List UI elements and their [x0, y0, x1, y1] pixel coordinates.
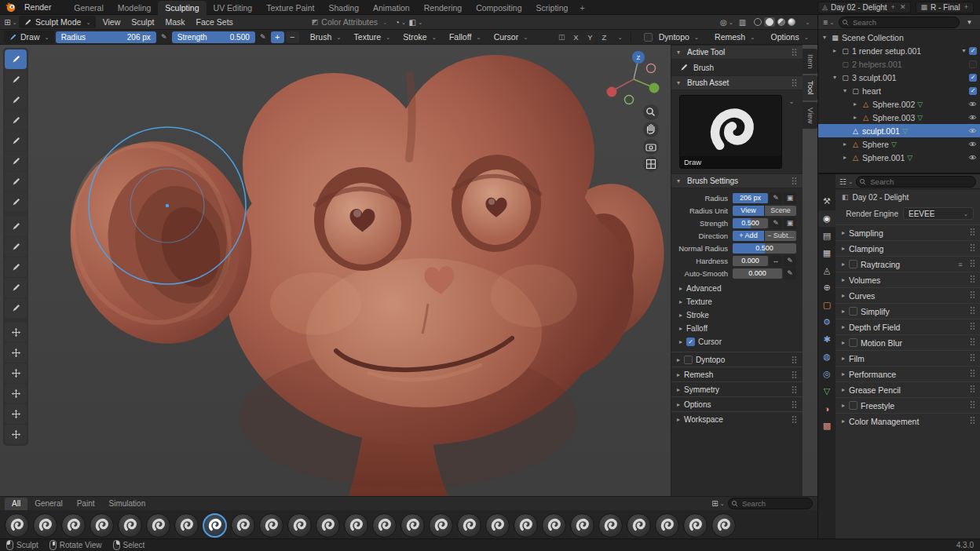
panel-symmetry[interactable]: ▸Symmetry — [671, 381, 803, 396]
sidebar-tab-item[interactable]: Item — [803, 49, 817, 74]
panel-grip-icon[interactable] — [970, 338, 975, 348]
outliner-item-1-render-setup-001[interactable]: ▸▢1 render setup.001▼✓ — [818, 44, 980, 57]
brush-selector-dropdown[interactable]: Draw ⌄ — [4, 31, 54, 43]
viewport-menu-view[interactable]: View — [97, 15, 126, 29]
viewport-menu-sculpt[interactable]: Sculpt — [126, 15, 159, 29]
hide-in-viewport-icon[interactable] — [968, 153, 977, 162]
popover-dyntopo[interactable]: Dyntopo⌄ — [639, 31, 704, 43]
panel-film[interactable]: ▸Film — [836, 350, 980, 366]
properties-tab-output[interactable]: ▤ — [818, 228, 836, 244]
properties-tab-render[interactable]: ◉ — [818, 210, 836, 227]
raytracing-checkbox[interactable] — [849, 260, 858, 268]
setting-slider-hardness[interactable]: 0.000 — [733, 256, 768, 266]
wireframe-shading-icon[interactable] — [754, 18, 762, 26]
setting-slider-strength[interactable]: 0.500 — [733, 218, 768, 228]
cursor-checkbox[interactable]: ✓ — [686, 338, 695, 346]
brush-thumbnail[interactable] — [118, 513, 142, 538]
subpanel-advanced[interactable]: ▸Advanced — [671, 282, 803, 295]
tool-elastic-deform-icon[interactable] — [5, 343, 27, 363]
exclude-checkbox[interactable] — [969, 60, 977, 68]
workspace-tab-sculpting[interactable]: Sculpting — [158, 1, 206, 15]
strength-animate-icon[interactable]: ✎ — [257, 31, 269, 43]
popover-remesh[interactable]: Remesh⌄ — [710, 31, 759, 43]
brush-thumbnail[interactable] — [598, 513, 623, 538]
properties-tab-physics[interactable]: ◍ — [818, 348, 836, 365]
properties-tab-texture[interactable]: ▩ — [818, 418, 836, 434]
panel-simplify[interactable]: ▸Simplify — [836, 303, 980, 319]
brush-thumbnail[interactable] — [485, 513, 510, 538]
panel-dyntopo[interactable]: ▸Dyntopo — [671, 352, 803, 367]
pan-hand-button[interactable] — [643, 122, 659, 137]
setting-slider-auto-smooth[interactable]: 0.000 — [733, 268, 782, 279]
brush-thumbnail[interactable] — [570, 513, 594, 538]
properties-editor-type-button[interactable]: ☷⌄ — [839, 175, 853, 188]
brush-asset-panel-header[interactable]: ▾ Brush Asset — [671, 75, 803, 90]
brush-thumbnail[interactable] — [5, 513, 29, 538]
navigation-gizmo[interactable]: Z — [607, 51, 660, 104]
popover-cursor[interactable]: Cursor⌄ — [489, 31, 533, 43]
panel-grip-icon[interactable] — [970, 369, 975, 379]
brush-thumbnail[interactable] — [287, 513, 312, 538]
brush-settings-panel-header[interactable]: ▾ Brush Settings — [671, 173, 803, 188]
brush-thumbnail[interactable] — [146, 513, 170, 538]
scene-selector[interactable]: ◬ Day 02 - Delight + ✕ — [817, 2, 911, 13]
panel-volumes[interactable]: ▸Volumes — [836, 272, 980, 287]
panel-grip-icon[interactable] — [970, 290, 975, 301]
brush-thumbnail[interactable] — [231, 513, 255, 538]
panel-grip-icon[interactable] — [792, 400, 797, 409]
outliner-editor-type-button[interactable]: ≡⌄ — [822, 16, 836, 28]
perspective-grid-button[interactable] — [643, 156, 659, 172]
tool-scrape-icon[interactable] — [5, 278, 27, 297]
properties-tab-constraints[interactable]: ◎ — [818, 366, 836, 382]
presets-menu-icon[interactable]: ≡ — [954, 258, 967, 270]
rendered-shading-icon[interactable] — [788, 18, 795, 26]
tool-snake-hook-icon[interactable] — [5, 363, 27, 383]
panel-grip-icon[interactable] — [970, 353, 975, 363]
library-icon[interactable]: ▣ — [784, 192, 796, 204]
popover-stroke[interactable]: Stroke⌄ — [398, 31, 441, 43]
brush-thumbnail[interactable] — [514, 513, 538, 538]
outliner-item-2-helpers-001[interactable]: ▢2 helpers.001 — [818, 57, 980, 71]
outliner-search-input[interactable] — [839, 16, 960, 28]
brush-thumbnail[interactable] — [683, 513, 708, 538]
viewport-menu-face-sets[interactable]: Face Sets — [191, 15, 239, 29]
panel-grip-icon[interactable] — [970, 306, 975, 316]
mirror-z-button[interactable]: Z — [598, 31, 610, 43]
brush-thumbnail[interactable] — [33, 513, 57, 538]
panel-freestyle[interactable]: ▸Freestyle — [836, 397, 980, 413]
panel-motion-blur[interactable]: ▸Motion Blur — [836, 334, 980, 350]
unlink-scene-button[interactable]: ✕ — [899, 3, 907, 11]
brush-asset-thumbnail[interactable]: Draw — [679, 95, 782, 169]
panel-grip-icon[interactable] — [792, 356, 797, 364]
exclude-checkbox[interactable]: ✓ — [969, 87, 977, 95]
sidebar-tab-view[interactable]: View — [803, 102, 817, 129]
brush-thumbnail[interactable] — [316, 513, 340, 538]
popover-options[interactable]: Options⌄ — [766, 31, 814, 43]
panel-remesh[interactable]: ▸Remesh — [671, 367, 803, 381]
tool-flatten-icon[interactable] — [5, 237, 27, 257]
tool-draw-sharp-icon[interactable] — [5, 70, 27, 89]
pencil-icon[interactable]: ✎ — [770, 217, 782, 229]
dyntopo-checkbox[interactable] — [644, 33, 653, 42]
subpanel-texture[interactable]: ▸Texture — [671, 295, 803, 308]
mirror-x-button[interactable]: X — [569, 31, 582, 43]
brush-thumbnail[interactable] — [400, 513, 425, 538]
subpanel-cursor[interactable]: ▸✓Cursor — [671, 335, 803, 348]
falloff-popover-button[interactable]: ◔⌄ — [393, 16, 407, 28]
overlays-button[interactable]: ◎⌄ — [720, 16, 733, 28]
properties-tab-object[interactable]: ▢ — [818, 297, 836, 313]
brush-thumbnail[interactable] — [655, 513, 679, 538]
properties-tab-tool[interactable]: ⚒ — [818, 193, 836, 210]
brush-thumbnail[interactable] — [61, 513, 86, 538]
properties-tab-view-layer[interactable]: ▦ — [818, 245, 836, 261]
hide-in-viewport-icon[interactable] — [968, 140, 977, 149]
tool-thumb-icon[interactable] — [5, 384, 27, 403]
popover-falloff[interactable]: Falloff⌄ — [444, 31, 486, 43]
brush-asset-dropdown-button[interactable]: ⌄ — [785, 95, 798, 107]
panel-depth-of-field[interactable]: ▸Depth of Field — [836, 319, 980, 334]
filter-icon[interactable]: ▼ — [961, 48, 967, 53]
properties-tab-scene[interactable]: ◬ — [818, 262, 836, 279]
tool-draw-icon[interactable] — [5, 49, 27, 69]
pencil-icon[interactable]: ✎ — [784, 255, 796, 267]
add-workspace-button[interactable]: + — [575, 1, 589, 15]
